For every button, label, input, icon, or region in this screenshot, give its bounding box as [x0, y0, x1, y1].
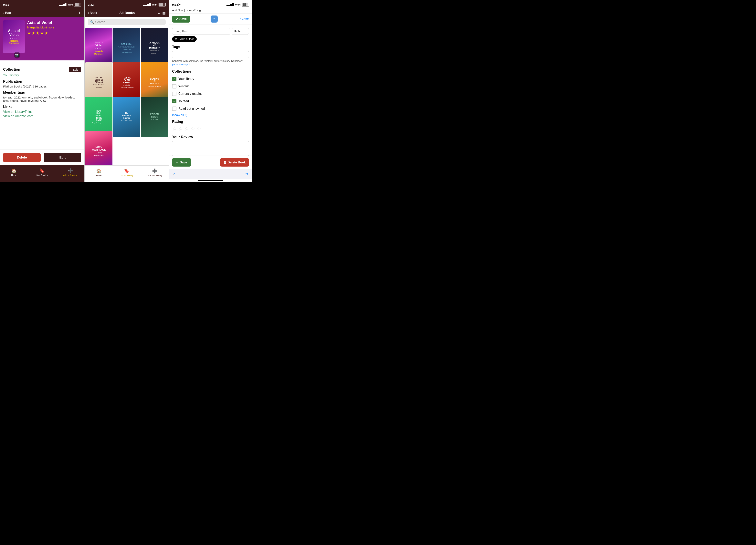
checkbox-to-read[interactable]: ✓	[172, 99, 176, 103]
star-2[interactable]: ☆	[178, 125, 183, 132]
edit-button[interactable]: Edit	[44, 153, 81, 162]
add-author-button[interactable]: ⊕ + Add Author	[172, 36, 197, 42]
review-textarea[interactable]	[172, 141, 249, 156]
publication-value: Flatiron Books (2022), 336 pages	[3, 85, 81, 88]
p3-bottom-bar: ✓ Save 🗑 Delete Book	[169, 156, 252, 169]
nav-actions-2: ⇅ ▤	[157, 11, 166, 15]
book-item-9[interactable]: POISONLILIESKATIE TALLO	[141, 97, 168, 137]
search-input-wrap[interactable]: 🔍 Search	[88, 19, 166, 25]
collection-label-4: Read but unowned	[178, 107, 205, 111]
tab-catalog-2[interactable]: 🔖 Your Catalog	[113, 166, 141, 178]
camera-icon[interactable]: 📷	[14, 52, 20, 58]
status-icons-2: ▂▄▆█ WiFi ▓▓░	[143, 3, 166, 6]
browser-back-button[interactable]: ‹	[173, 172, 174, 176]
tags-input[interactable]	[172, 51, 249, 58]
collections-list: ✓ Your library Wishlist Currently readin…	[172, 75, 249, 117]
publication-row: Publication	[3, 80, 81, 84]
star-5[interactable]: ☆	[196, 125, 201, 132]
status-bar-1: 9:31 ▂▄▆█ WiFi ▓▓░	[0, 0, 84, 9]
bottom-buttons: Delete Edit	[0, 150, 84, 165]
tab-home-1[interactable]: 🏠 Home	[0, 165, 28, 178]
link-librarything[interactable]: View on LibraryThing	[3, 110, 81, 114]
save-button-top[interactable]: ✓ Save	[172, 16, 190, 23]
book-item-10[interactable]: LOVEMARRIAGEA NOVELMONICA ALI	[85, 131, 112, 165]
tab-add-1[interactable]: ➕ Add to Catalog	[56, 165, 84, 178]
tags-hint-text: Separate with commas, like "history, mil…	[172, 59, 243, 62]
status-bar-2: 9:32 ▂▄▆█ WiFi ▓▓░	[85, 0, 169, 9]
wifi-icon-3: WiFi	[235, 3, 241, 6]
search-icon-2: 🔍	[90, 20, 94, 24]
tab-catalog-1[interactable]: 🔖 Your Catalog	[28, 165, 56, 178]
collection-item-2[interactable]: Currently reading	[172, 90, 249, 98]
back-button-1[interactable]: ‹ Back	[3, 11, 12, 15]
tab-home-2[interactable]: 🏠 Home	[85, 166, 113, 178]
rating-stars[interactable]: ☆ ☆ ☆ ☆ ☆	[172, 125, 249, 132]
author-last-first-input[interactable]	[172, 28, 230, 35]
books-grid: Acts ofVioletA NOVELMargaritaMontimore S…	[85, 27, 169, 165]
collections-section-header: Collections	[172, 69, 249, 74]
link-amazon[interactable]: View on Amazon.com	[3, 114, 81, 118]
collection-item-4[interactable]: Read but unowned	[172, 105, 249, 112]
help-button[interactable]: ?	[211, 16, 218, 23]
tab-add-2[interactable]: ➕ Add to Catalog	[141, 166, 169, 178]
tab-home-label-1: Home	[11, 174, 17, 176]
panel-all-books: 9:32 ▂▄▆█ WiFi ▓▓░ ‹ Back All Books ⇅ ▤ …	[84, 0, 169, 182]
browser-refresh-button[interactable]: ↻	[245, 172, 248, 176]
browser-forward-button[interactable]: ›	[174, 172, 176, 176]
delete-book-button[interactable]: 🗑 Delete Book	[220, 158, 249, 167]
collection-label-2: Currently reading	[178, 92, 203, 96]
collection-item-3[interactable]: ✓ To read	[172, 98, 249, 105]
tags-hint: Separate with commas, like "history, mil…	[172, 59, 249, 66]
star-3[interactable]: ☆	[184, 125, 189, 132]
collection-item-1[interactable]: Wishlist	[172, 83, 249, 90]
battery-icon-2: ▓▓░	[159, 3, 166, 6]
save-button-bottom[interactable]: ✓ Save	[172, 158, 191, 167]
panel-book-detail: 9:31 ▂▄▆█ WiFi ▓▓░ ‹ Back ⬆ Acts ofViole…	[0, 0, 84, 182]
nav-bar-2: ‹ Back All Books ⇅ ▤	[85, 9, 169, 17]
add-icon-2: ➕	[152, 169, 157, 174]
nav-bar-1: ‹ Back ⬆	[0, 9, 84, 17]
delete-button[interactable]: Delete	[3, 153, 41, 162]
close-button[interactable]: Close	[240, 17, 249, 21]
collection-value: Your library	[3, 74, 81, 77]
checkbox-your-library[interactable]: ✓	[172, 77, 176, 81]
role-select[interactable]: Role Author Editor	[232, 28, 249, 35]
back-chevron-2: ‹	[88, 11, 89, 15]
show-all-collections[interactable]: (show all 6)	[172, 113, 249, 117]
rating-section: Rating ☆ ☆ ☆ ☆ ☆	[172, 120, 249, 132]
tab-add-label-2: Add to Catalog	[148, 174, 162, 177]
status-icons-1: ▂▄▆█ WiFi ▓▓░	[59, 3, 81, 6]
collection-item-0[interactable]: ✓ Your library	[172, 75, 249, 83]
catalog-icon-2: 🔖	[124, 169, 129, 174]
url-bar: Add New | LibraryThing	[169, 9, 252, 14]
book-stars: ★ ★ ★ ★ ★	[27, 31, 81, 36]
book-item-8[interactable]: TheRomanticAgendaCLAIRE KANN	[113, 97, 140, 137]
tags-hint-link[interactable]: (what are tags?)	[172, 63, 191, 66]
back-button-2[interactable]: ‹ Back	[88, 11, 97, 15]
checkbox-currently-reading[interactable]	[172, 92, 176, 96]
checkbox-read-unowned[interactable]	[172, 107, 176, 111]
catalog-icon-1: 🔖	[39, 168, 45, 174]
cover-gradient	[3, 41, 25, 53]
star-4[interactable]: ☆	[190, 125, 195, 132]
wifi-icon-2: WiFi	[152, 3, 157, 6]
book-header: Acts ofViolet A NOVEL MargaritaMontimore…	[0, 17, 84, 60]
back-label-2: Back	[90, 11, 97, 15]
home-indicator-3	[169, 179, 252, 182]
nav-actions-1: ⬆	[78, 11, 81, 15]
save-check-icon: ✓	[176, 17, 178, 21]
collection-label-3: To read	[178, 100, 189, 103]
url-text: Add New | LibraryThing	[172, 9, 201, 12]
tab-catalog-label-2: Your Catalog	[121, 174, 133, 177]
links-label: Links	[3, 105, 12, 109]
tab-home-label-2: Home	[96, 174, 101, 177]
checkbox-wishlist[interactable]	[172, 84, 176, 89]
share-icon-1[interactable]: ⬆	[78, 11, 81, 15]
list-icon-2[interactable]: ▤	[162, 11, 166, 15]
collection-edit-button[interactable]: Edit	[69, 67, 81, 72]
star-1[interactable]: ☆	[172, 125, 177, 132]
book-author: Margarita Montimore	[27, 26, 81, 29]
status-bar-3: 9:33 ➤ ▂▄▆█ WiFi ▓▓░	[169, 0, 252, 9]
sort-icon-2[interactable]: ⇅	[157, 11, 160, 15]
search-bar-2: 🔍 Search	[85, 17, 169, 27]
